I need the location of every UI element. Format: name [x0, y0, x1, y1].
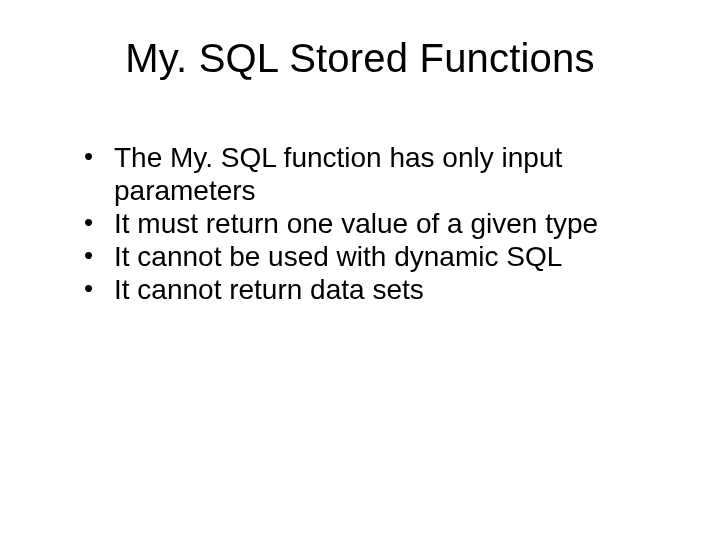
list-item: The My. SQL function has only input para… [84, 141, 664, 207]
bullet-list: The My. SQL function has only input para… [56, 141, 664, 306]
slide-title: My. SQL Stored Functions [56, 36, 664, 81]
slide: My. SQL Stored Functions The My. SQL fun… [0, 0, 720, 540]
list-item: It cannot be used with dynamic SQL [84, 240, 664, 273]
list-item: It cannot return data sets [84, 273, 664, 306]
list-item: It must return one value of a given type [84, 207, 664, 240]
